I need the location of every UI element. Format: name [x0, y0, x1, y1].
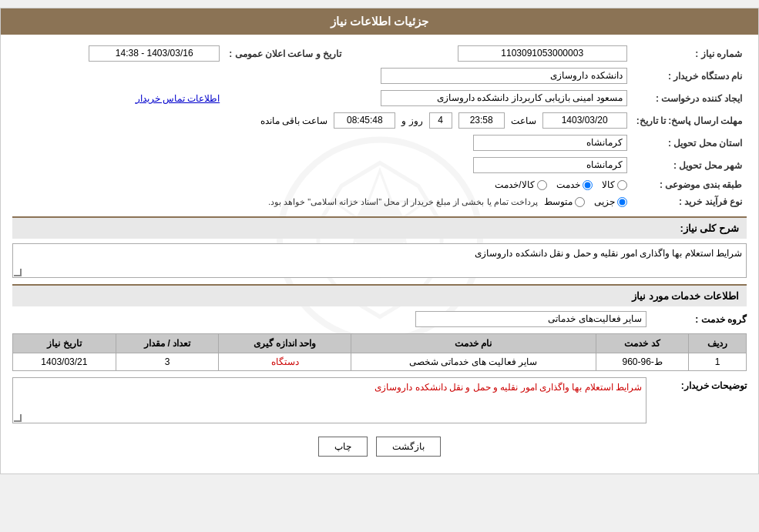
cell-unit: دستگاه [219, 353, 351, 371]
creator-contact-link[interactable]: اطلاعات تماس خریدار [136, 93, 220, 104]
services-section-header: اطلاعات خدمات مورد نیاز [12, 284, 747, 306]
category-option-kala[interactable]: کالا [602, 179, 627, 190]
col-header-unit: واحد اندازه گیری [219, 334, 351, 353]
purchase-type-radio-group: جزیی متوسط [544, 196, 627, 207]
province-label: استان محل تحویل : [632, 132, 747, 154]
buyer-notes-text: شرایط استعلام بها واگذاری امور نقلیه و ح… [12, 377, 646, 423]
category-option-khadamat[interactable]: خدمت [556, 179, 593, 190]
buyer-notes-row: توضیحات خریدار: شرایط استعلام بها واگذار… [12, 377, 747, 423]
deadline-row: 1403/03/20 ساعت 23:58 4 روز و 08:4 [17, 112, 627, 129]
buyer-org-label: نام دستگاه خریدار : [632, 65, 747, 87]
city-value: کرمانشاه [12, 154, 632, 176]
textarea-resize-icon [14, 269, 22, 276]
col-header-row-num: ردیف [689, 334, 747, 353]
need-number-label: شماره نیاز : [632, 42, 747, 65]
deadline-time-label: ساعت [511, 115, 536, 126]
category-radio-group: کالا خدمت کالا/خدمت [17, 179, 627, 190]
buyer-notes-resize-icon [14, 414, 22, 422]
purchase-type-jozii[interactable]: جزیی [594, 196, 627, 207]
col-header-quantity: تعداد / مقدار [116, 334, 219, 353]
buyer-notes-wrapper: شرایط استعلام بها واگذاری امور نقلیه و ح… [12, 377, 646, 423]
page-title: جزئیات اطلاعات نیاز [1, 8, 758, 35]
table-row: 1 ط-96-960 سایر فعالیت های خدماتی شخصی د… [13, 353, 747, 371]
col-header-service-name: نام خدمت [351, 334, 596, 353]
footer-buttons: بازگشت چاپ [12, 427, 747, 466]
col-header-service-code: کد خدمت [596, 334, 688, 353]
deadline-day-count: 4 [429, 112, 452, 129]
category-label: طبقه بندی موضوعی : [632, 176, 747, 193]
deadline-label: مهلت ارسال پاسخ: تا تاریخ: [632, 109, 747, 132]
cell-quantity: 3 [116, 353, 219, 371]
service-group-value: سایر فعالیت‌های خدماتی [415, 311, 646, 327]
deadline-remaining-label: ساعت باقی مانده [260, 115, 328, 126]
deadline-time: 23:58 [458, 112, 505, 129]
province-value: کرمانشاه [12, 132, 632, 154]
buyer-notes-label: توضیحات خریدار: [646, 377, 747, 391]
announcement-value: 1403/03/16 - 14:38 [12, 42, 224, 65]
buyer-org-value: دانشکده داروسازی [12, 65, 632, 87]
col-header-need-date: تاریخ نیاز [13, 334, 116, 353]
deadline-day-label: روز و [401, 115, 422, 126]
purchase-type-label: نوع فرآیند خرید : [632, 193, 747, 210]
service-group-label: گروه خدمت : [646, 314, 747, 325]
cell-row-num: 1 [689, 353, 747, 371]
deadline-remaining-time: 08:45:48 [334, 112, 395, 129]
purchase-type-motavasset[interactable]: متوسط [544, 196, 585, 207]
purchase-type-row: جزیی متوسط پرداخت تمام یا بخشی از مبلغ خ… [17, 196, 627, 207]
cell-date: 1403/03/21 [13, 353, 116, 371]
creator-value: مسعود امینی بازیابی کاربرداز دانشکده دار… [224, 87, 631, 109]
cell-code: ط-96-960 [596, 353, 688, 371]
need-number-value: 1103091053000003 [361, 42, 632, 65]
announcement-label: تاریخ و ساعت اعلان عمومی : [224, 42, 346, 65]
print-button[interactable]: چاپ [318, 437, 368, 457]
deadline-date: 1403/03/20 [542, 112, 627, 129]
general-description-section-header: شرح کلی نیاز: [12, 216, 747, 239]
purchase-note: پرداخت تمام یا بخشی از مبلغ خریدار از مح… [268, 197, 538, 207]
category-option-kala-khadamat[interactable]: کالا/خدمت [495, 179, 546, 190]
cell-name: سایر فعالیت های خدماتی شخصی [351, 353, 596, 371]
general-description-text: شرایط استعلام بها واگذاری امور نقلیه و ح… [12, 243, 747, 278]
back-button[interactable]: بازگشت [376, 437, 441, 457]
general-description-wrapper: شرایط استعلام بها واگذاری امور نقلیه و ح… [12, 243, 747, 278]
creator-label: ایجاد کننده درخواست : [632, 87, 747, 109]
city-label: شهر محل تحویل : [632, 154, 747, 176]
service-group-row: گروه خدمت : سایر فعالیت‌های خدماتی [12, 311, 747, 327]
services-table: ردیف کد خدمت نام خدمت واحد اندازه گیری ت… [12, 333, 747, 371]
